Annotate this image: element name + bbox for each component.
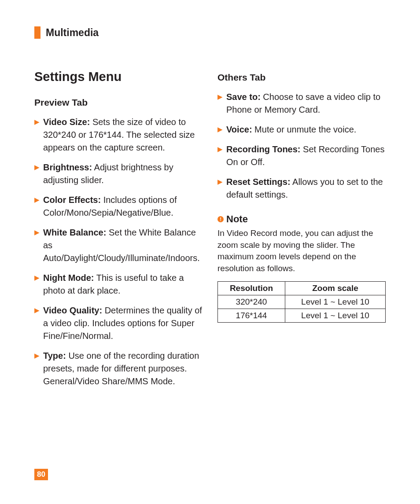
item-label: Video Size: [43,117,90,127]
bullet-icon: ▶ [34,274,40,281]
item-label: Night Mode: [43,273,94,283]
bullet-icon: ▶ [217,126,223,132]
table-cell: 320*240 [218,295,285,309]
others-tab-heading: Others Tab [217,72,386,83]
table-cell: Level 1 ~ Level 10 [285,309,385,323]
item-label: White Balance: [43,228,106,237]
table-row: 176*144 Level 1 ~ Level 10 [218,309,386,323]
list-item: ▶Voice: Mute or unmute the voice. [217,123,386,136]
item-label: Reset Settings: [226,177,291,187]
item-label: Color Effects: [43,195,101,205]
item-label: Video Quality: [43,305,102,315]
list-item: ▶Save to: Choose to save a video clip to… [217,91,386,116]
left-column: Settings Menu Preview Tab ▶Video Size: S… [34,70,203,395]
item-label: Save to: [226,92,261,102]
bullet-icon: ▶ [217,93,223,100]
accent-block [34,26,41,39]
list-item: ▶White Balance: Set the White Balance as… [34,226,203,265]
bullet-icon: ▶ [34,164,40,170]
list-item: ▶Color Effects: Includes options of Colo… [34,194,203,219]
list-item: ▶Type: Use one of the recording duration… [34,349,203,388]
bullet-icon: ▶ [217,146,223,152]
item-label: Voice: [226,125,252,134]
preview-tab-heading: Preview Tab [34,97,203,108]
bullet-icon: ▶ [34,229,40,235]
note-title: Note [226,213,248,225]
bullet-icon: ▶ [34,352,40,359]
others-items: ▶Save to: Choose to save a video clip to… [217,91,386,201]
table-cell: Level 1 ~ Level 10 [285,295,385,309]
list-item: ▶Video Quality: Determines the quality o… [34,304,203,342]
list-item: ▶Reset Settings: Allows you to set to th… [217,176,386,201]
bullet-icon: ▶ [34,307,40,313]
section-header: Multimedia [34,26,386,39]
item-label: Type: [43,351,66,361]
bullet-icon: ▶ [34,118,40,125]
preview-items: ▶Video Size: Sets the size of video to 3… [34,116,203,388]
note-block: ! Note In Video Record mode, you can adj… [217,213,386,323]
table-header: Zoom scale [285,282,385,295]
list-item: ▶Brightness: Adjust brightness by adjust… [34,161,203,187]
section-title: Multimedia [46,27,99,39]
list-item: ▶Recording Tones: Set Recording Tones On… [217,143,386,169]
list-item: ▶Night Mode: This is useful to take a ph… [34,272,203,297]
list-item: ▶Video Size: Sets the size of video to 3… [34,116,203,154]
item-label: Recording Tones: [226,144,301,154]
zoom-table: Resolution Zoom scale 320*240 Level 1 ~ … [217,281,386,323]
item-label: Brightness: [43,162,92,172]
note-icon: ! [217,216,224,222]
item-desc: Mute or unmute the voice. [252,125,357,134]
bullet-icon: ▶ [217,178,223,185]
right-column: Others Tab ▶Save to: Choose to save a vi… [217,70,386,395]
table-row: 320*240 Level 1 ~ Level 10 [218,295,386,309]
item-desc: Use one of the recording duration preset… [43,351,199,386]
note-body: In Video Record mode, you can adjust the… [217,228,386,274]
table-header: Resolution [218,282,285,295]
page-number: 80 [34,469,48,480]
main-heading: Settings Menu [34,70,203,84]
table-cell: 176*144 [218,309,285,323]
bullet-icon: ▶ [34,196,40,203]
